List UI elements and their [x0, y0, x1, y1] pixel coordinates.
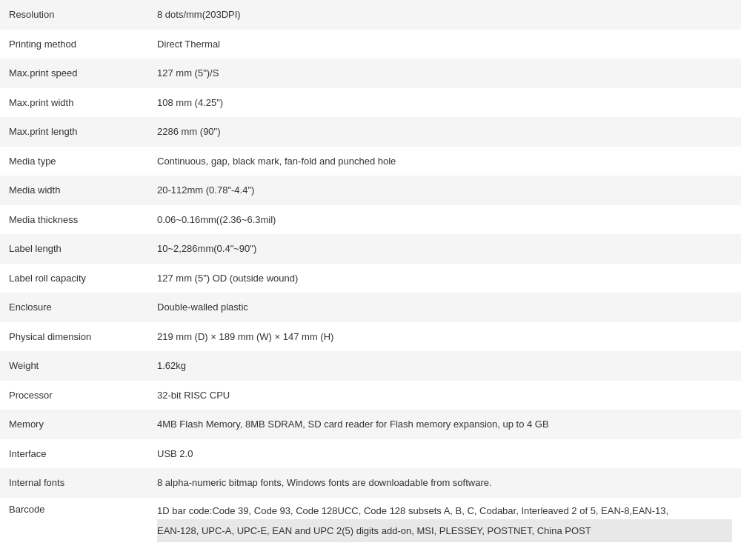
spec-value: 127 mm (5") OD (outside wound)	[148, 264, 741, 293]
spec-value: 219 mm (D) × 189 mm (W) × 147 mm (H)	[148, 322, 741, 352]
spec-value: 4MB Flash Memory, 8MB SDRAM, SD card rea…	[148, 410, 741, 439]
spec-label: Max.print width	[0, 88, 148, 118]
spec-label: Memory	[0, 410, 148, 439]
spec-value: 0.06~0.16mm((2.36~6.3mil)	[148, 205, 741, 235]
spec-label: Enclosure	[0, 293, 148, 322]
spec-label: Media width	[0, 176, 148, 205]
table-row: Barcode1D bar code:Code 39, Code 93, Cod…	[0, 498, 741, 561]
table-row: Max.print width108 mm (4.25")	[0, 88, 741, 118]
spec-value: USB 2.0	[148, 439, 741, 469]
table-row: Processor32-bit RISC CPU	[0, 381, 741, 410]
table-row: Physical dimension219 mm (D) × 189 mm (W…	[0, 322, 741, 352]
table-row: Label length10~2,286mm(0.4"~90")	[0, 234, 741, 264]
spec-value: Double-walled plastic	[148, 293, 741, 322]
spec-label: Processor	[0, 381, 148, 410]
spec-value: 1.62kg	[148, 351, 741, 381]
spec-value: 108 mm (4.25")	[148, 88, 741, 118]
barcode-line: 1D bar code:Code 39, Code 93, Code 128UC…	[157, 502, 732, 519]
spec-label: Media type	[0, 147, 148, 176]
table-row: Media thickness0.06~0.16mm((2.36~6.3mil)	[0, 205, 741, 235]
spec-label: Media thickness	[0, 205, 148, 235]
spec-value: 8 alpha-numeric bitmap fonts, Windows fo…	[148, 468, 741, 498]
table-row: Max.print length2286 mm (90")	[0, 117, 741, 147]
table-row: Printing methodDirect Thermal	[0, 30, 741, 59]
table-row: Resolution8 dots/mm(203DPI)	[0, 0, 741, 30]
spec-value: 10~2,286mm(0.4"~90")	[148, 234, 741, 264]
table-row: Label roll capacity127 mm (5") OD (outsi…	[0, 264, 741, 293]
spec-label: Physical dimension	[0, 322, 148, 352]
spec-value: 8 dots/mm(203DPI)	[148, 0, 741, 30]
spec-label: Label roll capacity	[0, 264, 148, 293]
table-row: Memory4MB Flash Memory, 8MB SDRAM, SD ca…	[0, 410, 741, 439]
table-row: InterfaceUSB 2.0	[0, 439, 741, 469]
spec-label: Printing method	[0, 30, 148, 59]
spec-label: Internal fonts	[0, 468, 148, 498]
spec-value: 127 mm (5")/S	[148, 59, 741, 88]
spec-table: Resolution8 dots/mm(203DPI)Printing meth…	[0, 0, 741, 560]
table-row: Weight1.62kg	[0, 351, 741, 381]
table-row: EnclosureDouble-walled plastic	[0, 293, 741, 322]
spec-label: Max.print speed	[0, 59, 148, 88]
spec-label: Max.print length	[0, 117, 148, 147]
spec-label: Label length	[0, 234, 148, 264]
table-row: Media width20-112mm (0.78"-4.4")	[0, 176, 741, 205]
spec-label: Barcode	[0, 498, 148, 561]
spec-label: Interface	[0, 439, 148, 469]
spec-value: 20-112mm (0.78"-4.4")	[148, 176, 741, 205]
spec-value: Continuous, gap, black mark, fan-fold an…	[148, 147, 741, 176]
barcode-line: EAN-128, UPC-A, UPC-E, EAN and UPC 2(5) …	[157, 519, 732, 542]
table-row: Max.print speed127 mm (5")/S	[0, 59, 741, 88]
spec-label: Weight	[0, 351, 148, 381]
table-row: Internal fonts8 alpha-numeric bitmap fon…	[0, 468, 741, 498]
spec-value: 2286 mm (90")	[148, 117, 741, 147]
spec-value: 32-bit RISC CPU	[148, 381, 741, 410]
spec-value: 1D bar code:Code 39, Code 93, Code 128UC…	[148, 498, 741, 561]
spec-label: Resolution	[0, 0, 148, 30]
spec-value: Direct Thermal	[148, 30, 741, 59]
table-row: Media typeContinuous, gap, black mark, f…	[0, 147, 741, 176]
